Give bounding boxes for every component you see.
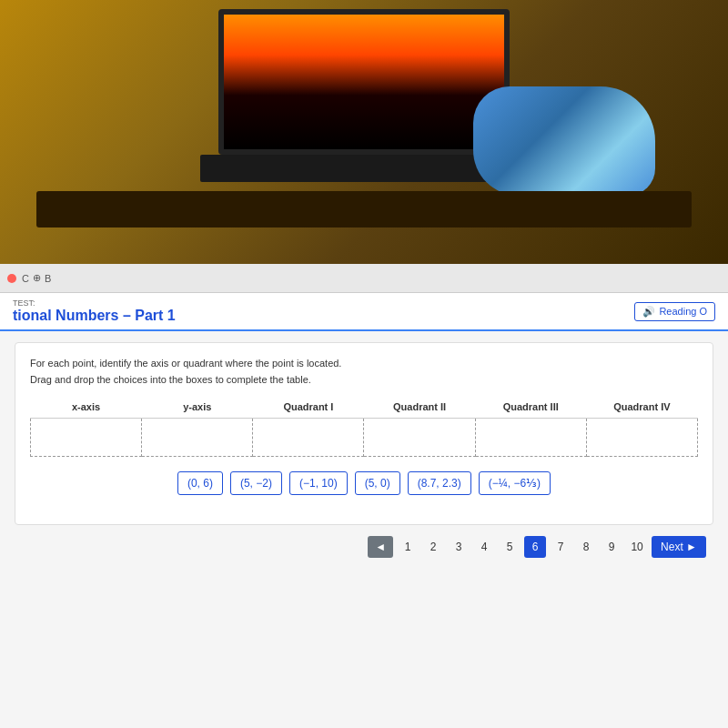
col-quadrant-2: Quadrant II xyxy=(364,396,475,419)
main-content: For each point, identify the axis or qua… xyxy=(0,331,728,728)
answer-table: x-axis y-axis Quadrant I Quadrant II Qua… xyxy=(30,396,698,457)
page-header: TEST: tional Numbers – Part 1 🔊 Reading … xyxy=(0,293,728,331)
page-4[interactable]: 4 xyxy=(473,536,495,558)
drop-zone-q3[interactable] xyxy=(475,419,586,457)
choice-neg1-10[interactable]: (−1, 10) xyxy=(289,471,348,495)
prev-button[interactable]: ◄ xyxy=(368,536,393,558)
col-x-axis: x-axis xyxy=(31,396,142,419)
question-instruction-2: Drag and drop the choices into the boxes… xyxy=(30,374,698,385)
col-quadrant-3: Quadrant III xyxy=(475,396,586,419)
browser-b-icon[interactable]: B xyxy=(45,273,51,284)
next-label: Next ► xyxy=(661,541,697,553)
photo-background xyxy=(0,0,728,264)
browser-circle-icon[interactable]: ⊕ xyxy=(33,272,41,284)
test-label: TEST: xyxy=(13,298,176,308)
col-y-axis: y-axis xyxy=(142,396,253,419)
drop-zone-q4[interactable] xyxy=(586,419,697,457)
tv-screen xyxy=(218,9,510,155)
page-3[interactable]: 3 xyxy=(448,536,470,558)
page-7[interactable]: 7 xyxy=(550,536,571,558)
reading-button[interactable]: 🔊 Reading O xyxy=(634,302,715,321)
page-title: tional Numbers – Part 1 xyxy=(13,308,176,323)
drop-zone-x-axis[interactable] xyxy=(31,419,142,457)
reading-label: Reading O xyxy=(659,306,707,317)
table-surface xyxy=(36,191,692,228)
reading-icon: 🔊 xyxy=(642,306,655,318)
page-6-active[interactable]: 6 xyxy=(524,536,546,558)
pagination: ◄ 1 2 3 4 5 6 7 8 9 10 Next ► xyxy=(15,536,713,558)
table-drop-row xyxy=(31,419,698,457)
browser-close-button[interactable] xyxy=(7,274,16,283)
drop-zone-q2[interactable] xyxy=(364,419,475,457)
browser-bar: C ⊕ B xyxy=(0,264,728,293)
choice-8.7-2.3[interactable]: (8.7, 2.3) xyxy=(408,471,471,495)
blanket-pile xyxy=(473,86,655,196)
browser-nav: C ⊕ B xyxy=(22,272,51,284)
col-quadrant-4: Quadrant IV xyxy=(586,396,697,419)
page-10[interactable]: 10 xyxy=(626,536,648,558)
choice-0-6[interactable]: (0, 6) xyxy=(177,471,223,495)
drop-zone-y-axis[interactable] xyxy=(142,419,253,457)
choice-frac[interactable]: (−¼, −6⅓) xyxy=(479,471,551,495)
col-quadrant-1: Quadrant I xyxy=(253,396,364,419)
page-5[interactable]: 5 xyxy=(499,536,521,558)
choices-area: (0, 6) (5, −2) (−1, 10) (5, 0) (8.7, 2.3… xyxy=(30,471,698,495)
question-instruction-1: For each point, identify the axis or qua… xyxy=(30,358,698,369)
page-2[interactable]: 2 xyxy=(422,536,444,558)
page-1[interactable]: 1 xyxy=(397,536,419,558)
question-card: For each point, identify the axis or qua… xyxy=(15,342,713,525)
table-header-row: x-axis y-axis Quadrant I Quadrant II Qua… xyxy=(31,396,698,419)
choice-5-0[interactable]: (5, 0) xyxy=(355,471,400,495)
page-8[interactable]: 8 xyxy=(575,536,597,558)
content-wrapper: For each point, identify the axis or qua… xyxy=(0,331,728,728)
choice-5-neg2[interactable]: (5, −2) xyxy=(230,471,282,495)
next-button[interactable]: Next ► xyxy=(652,536,706,558)
browser-c-icon[interactable]: C xyxy=(22,273,29,284)
page-9[interactable]: 9 xyxy=(601,536,622,558)
drop-zone-q1[interactable] xyxy=(253,419,364,457)
